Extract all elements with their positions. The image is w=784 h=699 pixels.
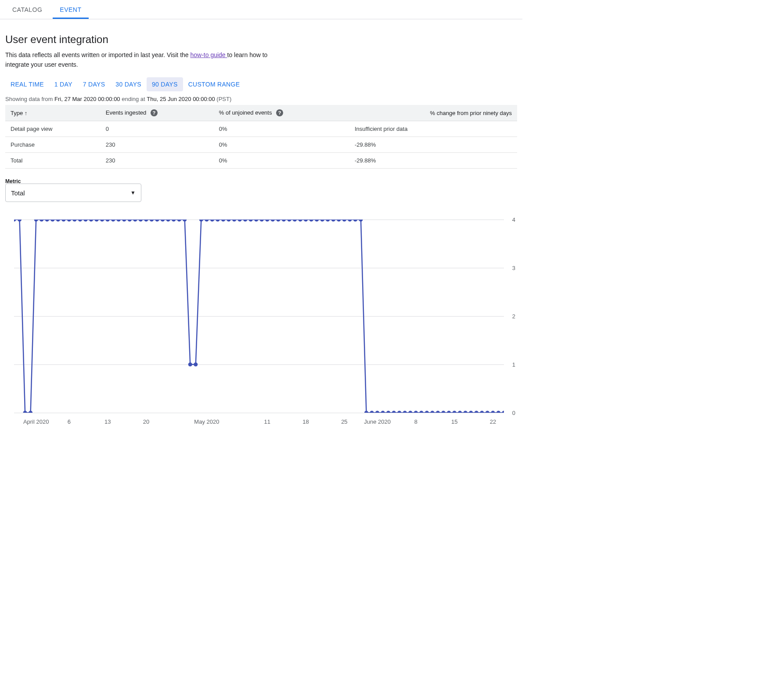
svg-point-12 — [78, 220, 82, 222]
svg-point-47 — [271, 220, 275, 222]
showing-range: Showing data from Fri, 27 Mar 2020 00:00… — [5, 96, 517, 102]
svg-point-75 — [425, 411, 429, 413]
svg-point-51 — [293, 220, 297, 222]
svg-point-65 — [370, 411, 374, 413]
x-tick: April 2020 — [23, 418, 49, 425]
svg-point-24 — [144, 220, 148, 222]
svg-point-66 — [375, 411, 379, 413]
svg-point-43 — [249, 220, 253, 222]
chevron-down-icon: ▼ — [130, 190, 136, 196]
svg-point-20 — [122, 220, 126, 222]
y-tick: 2 — [512, 313, 515, 320]
svg-point-52 — [298, 220, 302, 222]
svg-point-80 — [453, 411, 457, 413]
how-to-guide-link[interactable]: how-to guide — [190, 51, 227, 58]
table-row: Detail page view00%Insufficient prior da… — [5, 121, 517, 137]
svg-point-82 — [464, 411, 468, 413]
svg-point-85 — [480, 411, 484, 413]
svg-point-76 — [430, 411, 434, 413]
svg-point-0 — [14, 220, 16, 222]
svg-point-55 — [315, 220, 319, 222]
x-tick: 18 — [302, 418, 309, 425]
x-tick: 6 — [68, 418, 71, 425]
svg-point-88 — [496, 411, 500, 413]
svg-point-10 — [67, 220, 71, 222]
svg-point-32 — [188, 363, 192, 367]
svg-point-18 — [111, 220, 115, 222]
tab-event[interactable]: EVENT — [53, 0, 88, 19]
page-description: This data reflects all events written or… — [5, 50, 286, 69]
help-icon[interactable]: ? — [276, 109, 283, 116]
svg-point-86 — [486, 411, 489, 413]
svg-point-6 — [45, 220, 49, 222]
metric-select[interactable]: Total ▼ — [5, 184, 141, 202]
svg-point-19 — [117, 220, 121, 222]
svg-point-78 — [442, 411, 446, 413]
svg-point-29 — [172, 220, 176, 222]
svg-point-69 — [392, 411, 396, 413]
svg-point-68 — [386, 411, 390, 413]
svg-point-14 — [89, 220, 93, 222]
svg-point-11 — [72, 220, 76, 222]
svg-point-64 — [364, 411, 368, 413]
svg-point-62 — [353, 220, 357, 222]
col-change[interactable]: % change from prior ninety days — [349, 105, 517, 121]
svg-point-81 — [458, 411, 462, 413]
svg-point-79 — [447, 411, 451, 413]
svg-point-40 — [232, 220, 236, 222]
svg-point-73 — [414, 411, 418, 413]
range-7-days[interactable]: 7 DAYS — [78, 77, 111, 91]
range-1-day[interactable]: 1 DAY — [49, 77, 78, 91]
svg-point-44 — [254, 220, 258, 222]
range-30-days[interactable]: 30 DAYS — [110, 77, 147, 91]
svg-point-58 — [331, 220, 335, 222]
svg-point-71 — [403, 411, 407, 413]
svg-point-42 — [243, 220, 247, 222]
svg-point-53 — [304, 220, 308, 222]
range-real-time[interactable]: REAL TIME — [5, 77, 49, 91]
x-tick: 8 — [414, 418, 417, 425]
x-tick: 20 — [143, 418, 149, 425]
svg-point-60 — [342, 220, 346, 222]
svg-point-2 — [23, 411, 27, 413]
help-icon[interactable]: ? — [151, 109, 158, 116]
svg-point-3 — [29, 411, 32, 413]
range-90-days[interactable]: 90 DAYS — [147, 77, 183, 91]
y-tick: 4 — [512, 216, 515, 223]
svg-point-17 — [106, 220, 110, 222]
svg-point-67 — [381, 411, 385, 413]
svg-point-34 — [199, 220, 203, 222]
svg-point-23 — [139, 220, 143, 222]
svg-point-70 — [397, 411, 401, 413]
svg-point-25 — [150, 220, 154, 222]
table-row: Purchase2300%-29.88% — [5, 137, 517, 153]
svg-point-46 — [265, 220, 269, 222]
svg-point-8 — [56, 220, 60, 222]
y-tick: 3 — [512, 265, 515, 271]
svg-point-48 — [276, 220, 280, 222]
svg-point-38 — [221, 220, 225, 222]
col-events-ingested[interactable]: Events ingested ? — [101, 105, 214, 121]
svg-point-31 — [183, 220, 187, 222]
range-custom-range[interactable]: CUSTOM RANGE — [183, 77, 245, 91]
table-row: Total2300%-29.88% — [5, 153, 517, 169]
svg-point-77 — [436, 411, 440, 413]
svg-point-61 — [348, 220, 352, 222]
x-tick: May 2020 — [194, 418, 219, 425]
tab-catalog[interactable]: CATALOG — [5, 0, 49, 19]
y-tick: 0 — [512, 410, 515, 416]
svg-point-1 — [18, 220, 22, 222]
svg-point-63 — [359, 220, 363, 222]
svg-point-22 — [133, 220, 137, 222]
col-unjoined[interactable]: % of unjoined events ? — [214, 105, 349, 121]
events-table: Type ↑ Events ingested ? % of unjoined e… — [5, 105, 517, 169]
svg-point-21 — [128, 220, 132, 222]
x-tick: 15 — [451, 418, 457, 425]
svg-point-50 — [287, 220, 291, 222]
col-type[interactable]: Type ↑ — [5, 105, 101, 121]
svg-point-72 — [408, 411, 412, 413]
svg-point-37 — [216, 220, 219, 222]
svg-point-89 — [502, 411, 504, 413]
svg-point-35 — [205, 220, 209, 222]
svg-point-9 — [61, 220, 65, 222]
